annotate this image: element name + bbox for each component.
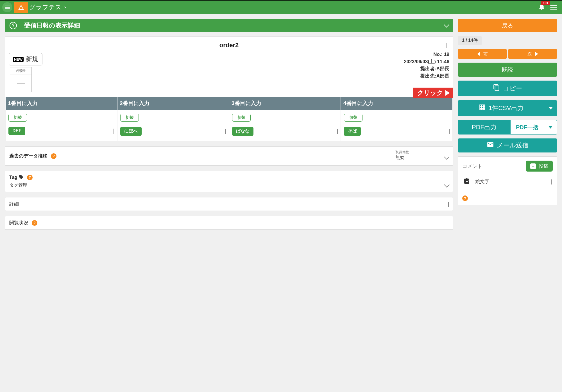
approver-stamp-box: A部長 ― bbox=[10, 67, 32, 92]
pdf-dropdown[interactable] bbox=[544, 120, 557, 135]
notifications-badge: 10+ bbox=[541, 1, 550, 5]
app-title: グラフテスト bbox=[29, 3, 538, 12]
mail-send-label: メール送信 bbox=[497, 141, 528, 150]
clipboard-icon bbox=[463, 178, 470, 185]
notifications-button[interactable]: 10+ bbox=[538, 4, 545, 11]
new-status-pill[interactable]: NEW 新規 bbox=[9, 53, 42, 65]
click-callout[interactable]: クリック bbox=[413, 88, 453, 98]
arrow-right-icon bbox=[535, 52, 538, 56]
csv-export-main[interactable]: 1件CSV出力 bbox=[458, 100, 544, 116]
new-pill-label: 新規 bbox=[26, 55, 38, 63]
comment-label: コメント bbox=[462, 163, 526, 170]
view-status-panel[interactable]: 閲覧状況 ? bbox=[5, 216, 453, 230]
copy-label: コピー bbox=[503, 84, 522, 93]
play-icon bbox=[445, 90, 450, 96]
chevron-down-icon bbox=[114, 129, 114, 134]
chevron-down-icon bbox=[448, 202, 449, 207]
detail-panel[interactable]: 詳細 bbox=[5, 197, 453, 211]
bell-icon bbox=[538, 7, 545, 11]
top-bar: グラフテスト 10+ bbox=[0, 0, 562, 14]
value-tag-4: そば bbox=[344, 127, 361, 136]
chevron-down-icon bbox=[225, 129, 226, 134]
value-select-2[interactable]: にほへ bbox=[120, 127, 226, 136]
pdf-export-button[interactable]: PDF出力 bbox=[458, 120, 510, 135]
mark-read-button[interactable]: 既読 bbox=[458, 63, 557, 77]
help-icon[interactable]: ? bbox=[462, 195, 468, 201]
switch-button-3[interactable]: 切替 bbox=[232, 114, 251, 122]
order-meta: No.: 19 2023/06/03(土) 11:46 提出者:A部長 提出先:… bbox=[404, 51, 449, 79]
order-submitter: 提出者:A部長 bbox=[404, 65, 449, 72]
column-header-1: 1番目に入力 bbox=[5, 97, 117, 110]
chevron-down-icon bbox=[337, 129, 338, 134]
chevron-down-icon bbox=[551, 179, 552, 184]
column-cell-4: 切替 そば bbox=[341, 110, 453, 141]
section-title: 受信日報の表示詳細 bbox=[24, 21, 445, 30]
csv-export-label: 1件CSV出力 bbox=[489, 104, 523, 112]
column-cell-2: 切替 にほへ bbox=[117, 110, 229, 141]
post-comment-button[interactable]: + 投稿 bbox=[526, 161, 553, 172]
hamburger-icon bbox=[5, 6, 10, 9]
grid-icon bbox=[479, 104, 486, 113]
triangle-icon bbox=[18, 5, 24, 10]
copy-button[interactable]: コピー bbox=[458, 81, 557, 96]
chevron-down-icon bbox=[444, 154, 450, 160]
switch-button-2[interactable]: 切替 bbox=[120, 114, 139, 122]
chevron-down-icon bbox=[444, 182, 450, 188]
prev-button[interactable]: 前 bbox=[458, 49, 507, 59]
next-button[interactable]: 次 bbox=[508, 49, 557, 59]
triangle-down-icon bbox=[549, 126, 552, 129]
column-cell-1: 切替 DEF bbox=[5, 110, 117, 141]
tag-manage-row[interactable]: タグ管理 bbox=[9, 180, 449, 188]
value-tag-3: ばなな bbox=[232, 127, 253, 136]
comment-panel: コメント + 投稿 絵文字 ? bbox=[458, 156, 557, 205]
collapse-button[interactable] bbox=[447, 43, 447, 47]
history-count-value: 無効 bbox=[395, 155, 404, 161]
approver-stamp-empty: ― bbox=[10, 74, 31, 92]
value-select-4[interactable]: そば bbox=[344, 127, 450, 136]
pdf-export-row: PDF出力 PDF一括 bbox=[458, 120, 557, 135]
order-title: order2 bbox=[219, 42, 239, 49]
emoji-row[interactable]: 絵文字 bbox=[462, 175, 553, 188]
pager: 前 次 bbox=[458, 49, 557, 59]
history-panel: 過去のデータ推移 ? 取得件数 無効 bbox=[5, 146, 453, 166]
tag-label: Tag bbox=[9, 175, 17, 180]
mail-send-button[interactable]: メール送信 bbox=[458, 138, 557, 152]
column-header-3: 3番目に入力 bbox=[229, 97, 341, 110]
approver-name: A部長 bbox=[10, 67, 31, 74]
view-status-label: 閲覧状況 bbox=[9, 220, 28, 226]
pdf-export-label: PDF出力 bbox=[472, 123, 497, 131]
value-select-1[interactable]: DEF bbox=[8, 127, 114, 135]
chevron-up-icon bbox=[447, 43, 447, 48]
arrow-left-icon bbox=[477, 52, 480, 56]
help-icon[interactable]: ? bbox=[27, 175, 33, 180]
app-logo[interactable] bbox=[14, 2, 28, 13]
column-header-2: 2番目に入力 bbox=[117, 97, 229, 110]
copy-icon bbox=[493, 84, 500, 93]
help-icon[interactable]: ? bbox=[32, 220, 37, 226]
mail-icon bbox=[487, 141, 494, 150]
help-icon[interactable]: ? bbox=[10, 22, 17, 29]
pdf-batch-button[interactable]: PDF一括 bbox=[510, 120, 544, 135]
tag-icon bbox=[19, 174, 24, 180]
value-tag-2: にほへ bbox=[120, 127, 142, 136]
menu-button[interactable] bbox=[2, 2, 12, 12]
history-label: 過去のデータ推移 bbox=[9, 153, 47, 159]
order-number: No.: 19 bbox=[404, 51, 449, 58]
history-count-select[interactable]: 取得件数 無効 bbox=[395, 150, 449, 162]
section-header[interactable]: ? 受信日報の表示詳細 bbox=[5, 19, 453, 32]
settings-menu-button[interactable] bbox=[550, 5, 557, 10]
triangle-down-icon bbox=[549, 107, 553, 110]
pdf-batch-label: PDF一括 bbox=[516, 124, 538, 131]
order-datetime: 2023/06/03(土) 11:46 bbox=[404, 58, 449, 65]
chevron-down-icon bbox=[449, 129, 450, 134]
value-select-3[interactable]: ばなな bbox=[232, 127, 338, 136]
next-label: 次 bbox=[527, 51, 532, 57]
back-button[interactable]: 戻る bbox=[458, 19, 557, 32]
switch-button-4[interactable]: 切替 bbox=[344, 114, 362, 122]
click-callout-label: クリック bbox=[417, 89, 443, 97]
switch-button-1[interactable]: 切替 bbox=[8, 114, 27, 122]
csv-export-button: 1件CSV出力 bbox=[458, 100, 557, 116]
new-badge-icon: NEW bbox=[13, 57, 24, 62]
csv-export-dropdown[interactable] bbox=[544, 100, 557, 116]
help-icon[interactable]: ? bbox=[51, 153, 56, 159]
